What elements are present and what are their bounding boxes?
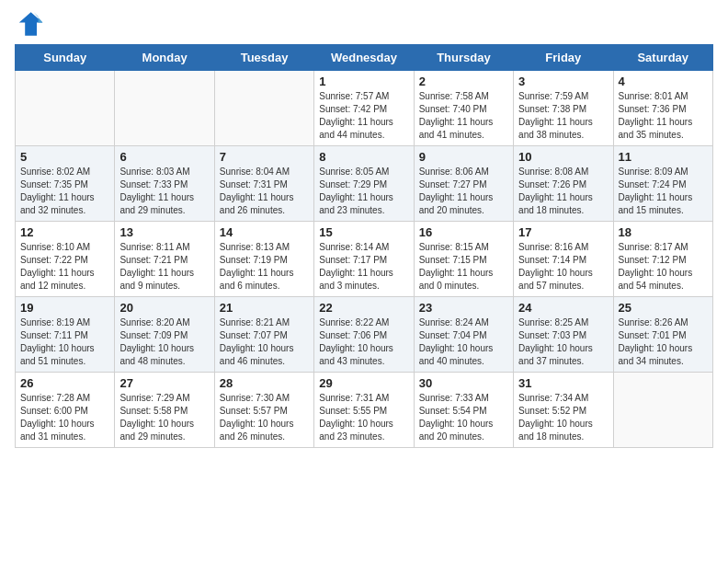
day-number: 23 xyxy=(419,301,508,315)
weekday-header-row: SundayMondayTuesdayWednesdayThursdayFrid… xyxy=(16,45,713,71)
day-number: 18 xyxy=(619,225,708,239)
day-info: Sunrise: 8:19 AM Sunset: 7:11 PM Dayligh… xyxy=(20,316,109,368)
day-info: Sunrise: 8:22 AM Sunset: 7:06 PM Dayligh… xyxy=(319,316,408,368)
day-info: Sunrise: 8:03 AM Sunset: 7:33 PM Dayligh… xyxy=(119,166,209,217)
calendar-cell xyxy=(16,71,115,146)
weekday-header-thursday: Thursday xyxy=(414,45,513,71)
calendar-cell xyxy=(613,373,712,448)
calendar-week-row: 5Sunrise: 8:02 AM Sunset: 7:35 PM Daylig… xyxy=(16,146,713,222)
page: SundayMondayTuesdayWednesdayThursdayFrid… xyxy=(0,0,728,563)
day-info: Sunrise: 8:01 AM Sunset: 7:36 PM Dayligh… xyxy=(619,90,708,142)
day-number: 20 xyxy=(119,301,209,315)
calendar-cell: 30Sunrise: 7:33 AM Sunset: 5:54 PM Dayli… xyxy=(414,373,513,448)
day-number: 29 xyxy=(319,376,408,390)
calendar-cell: 29Sunrise: 7:31 AM Sunset: 5:55 PM Dayli… xyxy=(314,373,414,448)
day-info: Sunrise: 7:31 AM Sunset: 5:55 PM Dayligh… xyxy=(319,392,408,443)
calendar-cell: 17Sunrise: 8:16 AM Sunset: 7:14 PM Dayli… xyxy=(514,222,613,297)
day-info: Sunrise: 8:17 AM Sunset: 7:12 PM Dayligh… xyxy=(619,241,708,293)
weekday-header-friday: Friday xyxy=(514,45,613,71)
calendar-cell: 19Sunrise: 8:19 AM Sunset: 7:11 PM Dayli… xyxy=(16,297,115,373)
calendar-cell: 5Sunrise: 8:02 AM Sunset: 7:35 PM Daylig… xyxy=(16,146,115,222)
day-info: Sunrise: 8:16 AM Sunset: 7:14 PM Dayligh… xyxy=(518,241,608,293)
day-number: 13 xyxy=(119,225,209,239)
calendar-cell: 28Sunrise: 7:30 AM Sunset: 5:57 PM Dayli… xyxy=(214,373,313,448)
calendar-cell: 4Sunrise: 8:01 AM Sunset: 7:36 PM Daylig… xyxy=(613,71,712,146)
calendar-cell: 27Sunrise: 7:29 AM Sunset: 5:58 PM Dayli… xyxy=(115,373,214,448)
calendar-cell: 31Sunrise: 7:34 AM Sunset: 5:52 PM Dayli… xyxy=(514,373,613,448)
calendar-cell: 15Sunrise: 8:14 AM Sunset: 7:17 PM Dayli… xyxy=(314,222,414,297)
day-number: 21 xyxy=(220,301,309,315)
calendar-week-row: 1Sunrise: 7:57 AM Sunset: 7:42 PM Daylig… xyxy=(16,71,713,146)
day-info: Sunrise: 8:14 AM Sunset: 7:17 PM Dayligh… xyxy=(319,241,408,293)
day-number: 17 xyxy=(518,225,608,239)
day-info: Sunrise: 7:34 AM Sunset: 5:52 PM Dayligh… xyxy=(518,392,608,443)
calendar-cell: 7Sunrise: 8:04 AM Sunset: 7:31 PM Daylig… xyxy=(214,146,313,222)
header xyxy=(15,9,713,39)
day-number: 10 xyxy=(518,150,608,164)
calendar-cell xyxy=(115,71,214,146)
calendar-cell: 14Sunrise: 8:13 AM Sunset: 7:19 PM Dayli… xyxy=(214,222,313,297)
calendar-table: SundayMondayTuesdayWednesdayThursdayFrid… xyxy=(15,44,713,448)
day-info: Sunrise: 8:13 AM Sunset: 7:19 PM Dayligh… xyxy=(220,241,309,293)
calendar-cell xyxy=(214,71,313,146)
calendar-cell: 3Sunrise: 7:59 AM Sunset: 7:38 PM Daylig… xyxy=(514,71,613,146)
day-number: 22 xyxy=(319,301,408,315)
calendar-cell: 11Sunrise: 8:09 AM Sunset: 7:24 PM Dayli… xyxy=(613,146,712,222)
day-number: 1 xyxy=(319,75,408,88)
day-info: Sunrise: 8:10 AM Sunset: 7:22 PM Dayligh… xyxy=(20,241,109,293)
day-number: 30 xyxy=(419,376,508,390)
calendar-cell: 2Sunrise: 7:58 AM Sunset: 7:40 PM Daylig… xyxy=(414,71,513,146)
day-info: Sunrise: 8:02 AM Sunset: 7:35 PM Dayligh… xyxy=(20,166,109,217)
calendar-cell: 21Sunrise: 8:21 AM Sunset: 7:07 PM Dayli… xyxy=(214,297,313,373)
calendar-cell: 8Sunrise: 8:05 AM Sunset: 7:29 PM Daylig… xyxy=(314,146,414,222)
day-info: Sunrise: 7:30 AM Sunset: 5:57 PM Dayligh… xyxy=(220,392,309,443)
day-info: Sunrise: 8:24 AM Sunset: 7:04 PM Dayligh… xyxy=(419,316,508,368)
day-info: Sunrise: 8:04 AM Sunset: 7:31 PM Dayligh… xyxy=(220,166,309,217)
logo-icon xyxy=(15,9,44,39)
day-info: Sunrise: 7:29 AM Sunset: 5:58 PM Dayligh… xyxy=(119,392,209,443)
day-number: 4 xyxy=(619,75,708,88)
day-number: 11 xyxy=(619,150,708,164)
calendar-cell: 16Sunrise: 8:15 AM Sunset: 7:15 PM Dayli… xyxy=(414,222,513,297)
calendar-cell: 6Sunrise: 8:03 AM Sunset: 7:33 PM Daylig… xyxy=(115,146,214,222)
day-number: 6 xyxy=(119,150,209,164)
day-info: Sunrise: 8:25 AM Sunset: 7:03 PM Dayligh… xyxy=(518,316,608,368)
day-number: 2 xyxy=(419,75,508,88)
calendar-cell: 1Sunrise: 7:57 AM Sunset: 7:42 PM Daylig… xyxy=(314,71,414,146)
weekday-header-saturday: Saturday xyxy=(613,45,712,71)
calendar-cell: 22Sunrise: 8:22 AM Sunset: 7:06 PM Dayli… xyxy=(314,297,414,373)
svg-marker-0 xyxy=(19,12,43,36)
day-number: 9 xyxy=(419,150,508,164)
day-info: Sunrise: 7:58 AM Sunset: 7:40 PM Dayligh… xyxy=(419,90,508,142)
calendar-cell: 25Sunrise: 8:26 AM Sunset: 7:01 PM Dayli… xyxy=(613,297,712,373)
day-info: Sunrise: 8:09 AM Sunset: 7:24 PM Dayligh… xyxy=(619,166,708,217)
calendar-cell: 23Sunrise: 8:24 AM Sunset: 7:04 PM Dayli… xyxy=(414,297,513,373)
day-info: Sunrise: 8:06 AM Sunset: 7:27 PM Dayligh… xyxy=(419,166,508,217)
day-info: Sunrise: 8:05 AM Sunset: 7:29 PM Dayligh… xyxy=(319,166,408,217)
day-number: 19 xyxy=(20,301,109,315)
day-number: 3 xyxy=(518,75,608,88)
calendar-cell: 20Sunrise: 8:20 AM Sunset: 7:09 PM Dayli… xyxy=(115,297,214,373)
day-number: 28 xyxy=(220,376,309,390)
calendar-cell: 26Sunrise: 7:28 AM Sunset: 6:00 PM Dayli… xyxy=(16,373,115,448)
weekday-header-monday: Monday xyxy=(115,45,214,71)
day-number: 16 xyxy=(419,225,508,239)
calendar-cell: 13Sunrise: 8:11 AM Sunset: 7:21 PM Dayli… xyxy=(115,222,214,297)
day-info: Sunrise: 8:20 AM Sunset: 7:09 PM Dayligh… xyxy=(119,316,209,368)
calendar-week-row: 19Sunrise: 8:19 AM Sunset: 7:11 PM Dayli… xyxy=(16,297,713,373)
day-number: 14 xyxy=(220,225,309,239)
day-info: Sunrise: 7:33 AM Sunset: 5:54 PM Dayligh… xyxy=(419,392,508,443)
weekday-header-sunday: Sunday xyxy=(16,45,115,71)
calendar-cell: 18Sunrise: 8:17 AM Sunset: 7:12 PM Dayli… xyxy=(613,222,712,297)
calendar-week-row: 12Sunrise: 8:10 AM Sunset: 7:22 PM Dayli… xyxy=(16,222,713,297)
weekday-header-tuesday: Tuesday xyxy=(214,45,313,71)
day-number: 15 xyxy=(319,225,408,239)
day-info: Sunrise: 7:28 AM Sunset: 6:00 PM Dayligh… xyxy=(20,392,109,443)
day-info: Sunrise: 7:59 AM Sunset: 7:38 PM Dayligh… xyxy=(518,90,608,142)
day-info: Sunrise: 8:11 AM Sunset: 7:21 PM Dayligh… xyxy=(119,241,209,293)
day-number: 25 xyxy=(619,301,708,315)
day-info: Sunrise: 8:15 AM Sunset: 7:15 PM Dayligh… xyxy=(419,241,508,293)
calendar-cell: 10Sunrise: 8:08 AM Sunset: 7:26 PM Dayli… xyxy=(514,146,613,222)
day-number: 7 xyxy=(220,150,309,164)
day-number: 12 xyxy=(20,225,109,239)
